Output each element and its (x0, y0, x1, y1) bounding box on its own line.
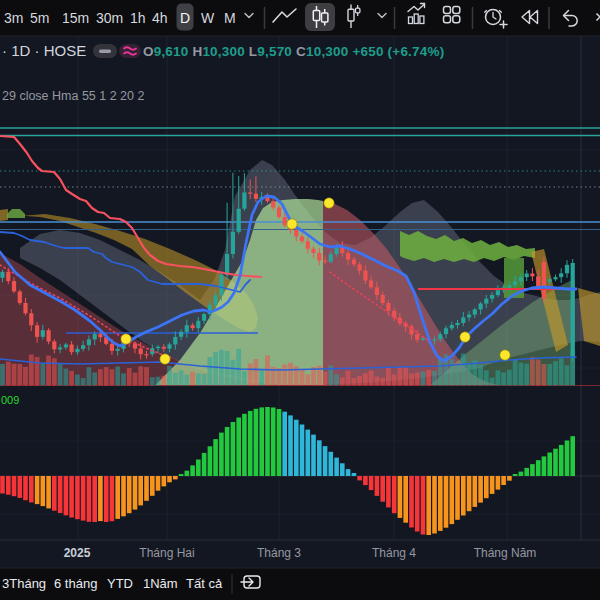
svg-text:2025: 2025 (64, 546, 91, 560)
svg-text:1h: 1h (130, 10, 146, 26)
svg-text:3m: 3m (4, 10, 23, 26)
svg-text:1Năm: 1Năm (143, 576, 178, 591)
svg-text:· 1D · HOSE: · 1D · HOSE (2, 42, 86, 59)
svg-text:W: W (201, 10, 215, 26)
svg-text:5m: 5m (30, 10, 49, 26)
svg-text:009: 009 (1, 394, 19, 406)
svg-text:D: D (180, 10, 190, 26)
svg-text:Tháng 3: Tháng 3 (257, 546, 301, 560)
svg-text:Tháng 4: Tháng 4 (372, 546, 416, 560)
svg-text:Tất cả: Tất cả (186, 576, 223, 591)
svg-text:3Tháng: 3Tháng (2, 576, 46, 591)
svg-text:Tháng Hai: Tháng Hai (139, 546, 194, 560)
svg-text:15m: 15m (62, 10, 89, 26)
svg-text:O9,610 H10,300 L9,570 C10,300: O9,610 H10,300 L9,570 C10,300 +650 (+6.7… (143, 44, 444, 59)
svg-text:YTD: YTD (107, 576, 133, 591)
svg-text:Tháng Năm: Tháng Năm (474, 546, 537, 560)
svg-text:29 close Hma 55 1 2 20 2: 29 close Hma 55 1 2 20 2 (2, 89, 144, 103)
svg-text:30m: 30m (96, 10, 123, 26)
svg-text:4h: 4h (152, 10, 168, 26)
svg-text:6 tháng: 6 tháng (54, 576, 97, 591)
svg-text:M: M (224, 10, 236, 26)
